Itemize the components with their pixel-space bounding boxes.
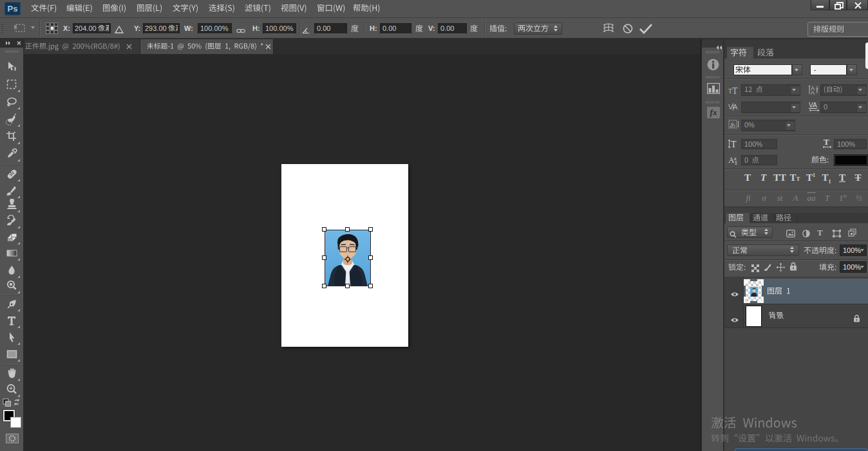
svg-text:あ: あ xyxy=(730,122,735,128)
svg-text:a: a xyxy=(734,156,737,161)
svg-text:T: T xyxy=(731,140,737,149)
svg-text:VA: VA xyxy=(809,102,817,109)
svg-text:T: T xyxy=(824,138,829,147)
svg-text:A: A xyxy=(811,89,815,95)
svg-text:A: A xyxy=(733,103,738,111)
svg-text:T: T xyxy=(732,86,738,95)
